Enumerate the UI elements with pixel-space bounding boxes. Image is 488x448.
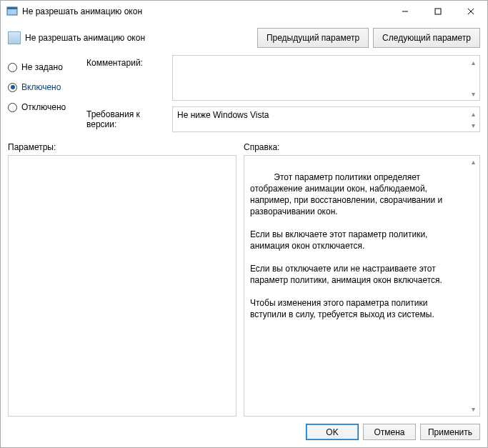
radio-dot-icon — [8, 83, 17, 92]
next-setting-button[interactable]: Следующий параметр — [373, 28, 480, 48]
policy-icon — [8, 31, 21, 44]
radio-label: Не задано — [21, 62, 63, 72]
svg-rect-1 — [7, 7, 17, 9]
fields: Комментарий: ▴ ▾ Требования к версии: Не… — [86, 55, 480, 138]
requirements-value: Не ниже Windows Vista — [177, 110, 269, 120]
header: Не разрешать анимацию окон Предыдущий па… — [1, 22, 487, 51]
scroll-up-icon[interactable]: ▴ — [467, 108, 479, 119]
scroll-down-icon[interactable]: ▾ — [467, 88, 479, 99]
comment-textbox[interactable]: ▴ ▾ — [172, 55, 480, 101]
radio-not-configured[interactable]: Не задано — [8, 62, 86, 72]
help-column: Справка: Этот параметр политики определя… — [244, 142, 480, 417]
radio-disabled[interactable]: Отключено — [8, 102, 86, 112]
close-button[interactable] — [454, 1, 487, 22]
scroll-up-icon[interactable]: ▴ — [467, 56, 479, 68]
policy-title: Не разрешать анимацию окон — [25, 33, 253, 43]
help-header: Справка: — [244, 142, 480, 152]
ok-button[interactable]: OK — [306, 424, 359, 440]
content: Не задано Включено Отключено Комментарий… — [1, 51, 487, 417]
radio-dot-icon — [8, 63, 17, 72]
comment-label: Комментарий: — [86, 55, 172, 101]
previous-setting-button[interactable]: Предыдущий параметр — [257, 28, 369, 48]
window-title: Не разрешать анимацию окон — [22, 6, 389, 16]
scroll-up-icon[interactable]: ▴ — [467, 156, 479, 168]
requirements-textbox: Не ниже Windows Vista ▴ ▾ — [172, 106, 480, 132]
lower-row: Параметры: Справка: Этот параметр полити… — [8, 142, 480, 417]
radio-label: Отключено — [21, 102, 66, 112]
titlebar: Не разрешать анимацию окон — [1, 1, 487, 22]
state-radios: Не задано Включено Отключено — [8, 55, 86, 138]
requirements-label: Требования к версии: — [86, 106, 172, 132]
minimize-button[interactable] — [389, 1, 422, 22]
cancel-button[interactable]: Отмена — [363, 424, 416, 440]
help-content: Этот параметр политики определяет отобра… — [250, 172, 445, 319]
apply-button[interactable]: Применить — [420, 424, 480, 440]
footer: OK Отмена Применить — [1, 417, 487, 447]
top-row: Не задано Включено Отключено Комментарий… — [8, 55, 480, 138]
window-buttons — [389, 1, 487, 22]
help-panel[interactable]: Этот параметр политики определяет отобра… — [244, 155, 480, 417]
radio-label: Включено — [21, 82, 61, 92]
scroll-down-icon[interactable]: ▾ — [467, 404, 479, 415]
svg-rect-3 — [435, 9, 441, 14]
comment-row: Комментарий: ▴ ▾ — [86, 55, 480, 101]
parameters-panel[interactable] — [8, 155, 236, 417]
window: Не разрешать анимацию окон Не разрешать … — [0, 0, 488, 448]
radio-dot-icon — [8, 103, 17, 112]
parameters-column: Параметры: — [8, 142, 236, 417]
app-icon — [6, 6, 18, 17]
maximize-button[interactable] — [422, 1, 454, 22]
scroll-down-icon[interactable]: ▾ — [467, 119, 479, 131]
parameters-header: Параметры: — [8, 142, 236, 152]
radio-enabled[interactable]: Включено — [8, 82, 86, 92]
requirements-row: Требования к версии: Не ниже Windows Vis… — [86, 106, 480, 132]
